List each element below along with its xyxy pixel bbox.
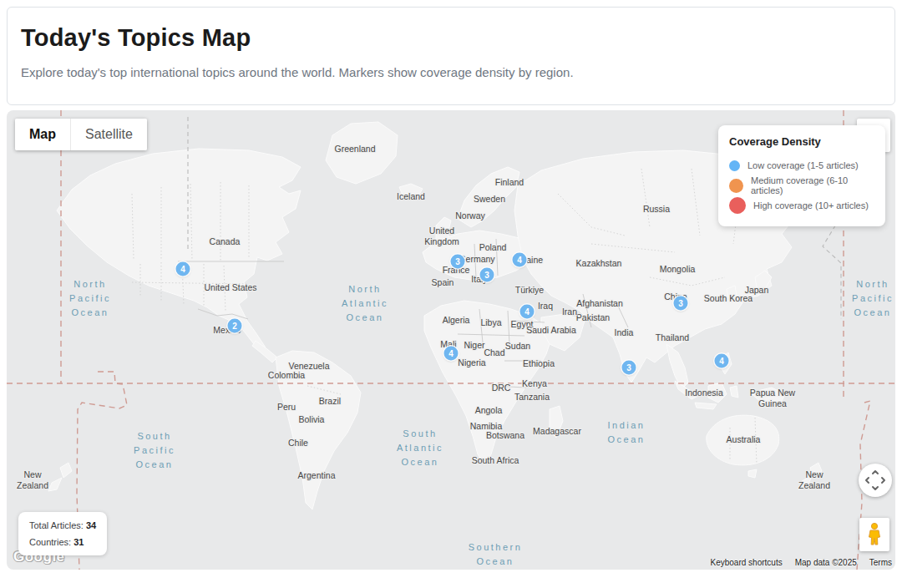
- page: Today's Topics Map Explore today's top i…: [0, 0, 902, 588]
- map-marker[interactable]: 3: [451, 255, 465, 269]
- country-label: Greenland: [334, 144, 375, 155]
- terms-link[interactable]: Terms: [869, 558, 892, 567]
- pan-control[interactable]: [859, 464, 892, 497]
- country-label: Ethiopia: [523, 358, 555, 369]
- map-marker[interactable]: 4: [715, 354, 729, 368]
- legend-items: Low coverage (1-5 articles)Medium covera…: [729, 155, 874, 215]
- country-label: Norway: [455, 210, 485, 221]
- map-marker[interactable]: 4: [513, 253, 527, 267]
- country-label: Colombia: [268, 370, 305, 381]
- country-label: Papua New Guinea: [750, 388, 795, 409]
- country-label: Russia: [643, 204, 670, 215]
- legend-title: Coverage Density: [729, 135, 874, 148]
- map-marker[interactable]: 3: [622, 361, 636, 375]
- legend-item: Medium coverage (6-10 articles): [729, 175, 874, 195]
- ocean-label: South Atlantic Ocean: [397, 427, 443, 469]
- header-card: Today's Topics Map Explore today's top i…: [7, 7, 895, 105]
- country-label: New Zealand: [17, 469, 48, 491]
- country-label: Chile: [288, 438, 308, 449]
- map-data-text: Map data ©2025: [795, 558, 857, 567]
- country-label: Iraq: [538, 301, 553, 312]
- ocean-label: North Pacific Ocean: [852, 277, 894, 320]
- legend-item-label: High coverage (10+ articles): [753, 200, 869, 210]
- country-label: Sudan: [505, 341, 530, 352]
- country-label: India: [615, 327, 634, 338]
- attribution-bar: Keyboard shortcuts Map data ©2025 Terms: [711, 558, 893, 567]
- pegman-button[interactable]: [859, 518, 889, 551]
- country-label: Thailand: [656, 332, 689, 343]
- satellite-button[interactable]: Satellite: [70, 119, 147, 150]
- country-label: Brazil: [319, 396, 341, 407]
- country-label: Canada: [210, 236, 241, 247]
- ocean-label: North Pacific Ocean: [69, 277, 111, 320]
- country-label: South Africa: [472, 455, 519, 466]
- country-label: Indonesia: [685, 388, 723, 398]
- country-label: Australia: [727, 434, 761, 445]
- legend-dot-icon: [729, 160, 740, 171]
- page-subtitle: Explore today's top international topics…: [21, 65, 881, 79]
- country-label: Libya: [480, 317, 501, 328]
- country-label: DRC: [492, 383, 511, 393]
- country-label: South Korea: [704, 293, 753, 304]
- country-label: Kenya: [522, 378, 547, 389]
- legend-dot-icon: [729, 197, 746, 214]
- coverage-legend: Coverage Density Low coverage (1-5 artic…: [718, 125, 885, 226]
- map-marker[interactable]: 2: [228, 319, 242, 333]
- ocean-label: Southern Ocean: [469, 540, 523, 569]
- country-label: Saudi Arabia: [526, 325, 576, 336]
- country-label: Finland: [495, 177, 524, 188]
- country-label: Mongolia: [660, 264, 696, 275]
- country-label: Bolivia: [299, 414, 325, 425]
- country-label: Iran: [562, 307, 577, 317]
- map-marker[interactable]: 3: [674, 297, 688, 311]
- country-label: Nigeria: [458, 357, 485, 368]
- keyboard-shortcuts-link[interactable]: Keyboard shortcuts: [711, 558, 783, 567]
- map-button[interactable]: Map: [15, 119, 70, 150]
- country-label: Tanzania: [514, 392, 550, 403]
- countries-line: Countries: 31: [29, 537, 96, 547]
- pan-arrows-icon: [864, 469, 886, 491]
- country-label: Spain: [432, 277, 454, 288]
- legend-item: High coverage (10+ articles): [729, 195, 874, 215]
- country-label: Afghanistan: [576, 298, 622, 309]
- page-title: Today's Topics Map: [21, 24, 881, 52]
- country-label: Niger: [464, 340, 484, 351]
- map-type-control: Map Satellite: [15, 119, 147, 150]
- map-marker[interactable]: 4: [520, 305, 535, 319]
- total-articles-value: 34: [86, 520, 96, 530]
- map-marker[interactable]: 4: [176, 262, 190, 276]
- countries-label: Countries:: [29, 537, 71, 547]
- country-label: Chad: [484, 347, 504, 358]
- country-label: Sweden: [474, 194, 505, 205]
- country-label: Angola: [475, 405, 503, 416]
- pegman-icon: [867, 522, 882, 547]
- country-label: United States: [204, 282, 256, 293]
- country-label: Argentina: [298, 470, 336, 481]
- map-marker[interactable]: 4: [444, 347, 459, 361]
- country-label: Peru: [277, 402, 296, 413]
- legend-dot-icon: [729, 179, 743, 193]
- country-label: Botswana: [486, 430, 524, 441]
- stats-box: Total Articles: 34 Countries: 31: [18, 512, 107, 555]
- country-label: Kazakhstan: [576, 258, 622, 269]
- country-label: Pakistan: [576, 312, 610, 323]
- map-marker[interactable]: 3: [480, 268, 494, 282]
- ocean-label: South Pacific Ocean: [134, 429, 175, 472]
- ocean-label: North Atlantic Ocean: [342, 282, 388, 325]
- countries-value: 31: [73, 537, 84, 547]
- country-label: New Zealand: [798, 469, 830, 491]
- country-label: Algeria: [443, 315, 470, 326]
- country-label: Türkiye: [515, 285, 544, 296]
- legend-item-label: Low coverage (1-5 articles): [747, 160, 859, 170]
- country-label: Iceland: [397, 191, 425, 202]
- legend-item-label: Medium coverage (6-10 articles): [751, 175, 874, 195]
- country-label: Poland: [479, 242, 507, 253]
- country-label: United Kingdom: [424, 226, 459, 247]
- total-articles-label: Total Articles:: [29, 520, 84, 530]
- legend-item: Low coverage (1-5 articles): [729, 155, 874, 175]
- country-label: Madagascar: [533, 426, 581, 437]
- total-articles-line: Total Articles: 34: [29, 520, 96, 530]
- ocean-label: Indian Ocean: [608, 418, 646, 447]
- map-canvas[interactable]: North Pacific OceanNorth Atlantic OceanS…: [7, 110, 895, 570]
